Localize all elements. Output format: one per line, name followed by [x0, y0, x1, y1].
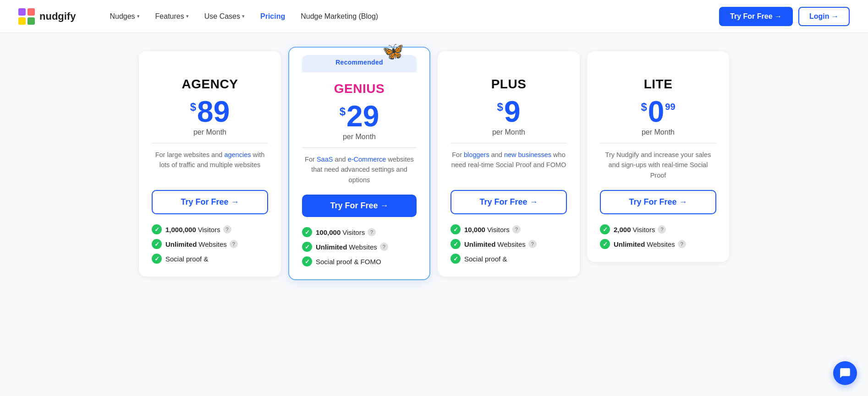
info-badge[interactable]: ? — [658, 225, 666, 233]
check-icon — [152, 254, 162, 264]
price-period-lite: per Month — [600, 128, 716, 136]
info-badge[interactable]: ? — [230, 240, 238, 248]
nav-blog[interactable]: Nudge Marketing (Blog) — [294, 9, 385, 24]
chat-support-button[interactable] — [833, 361, 857, 385]
plan-name-genius: GENIUS — [302, 81, 417, 96]
info-badge[interactable]: ? — [380, 243, 388, 251]
pricing-card-agency: AGENCY $ 89 per Month For large websites… — [139, 51, 281, 277]
divider-genius — [302, 147, 417, 148]
agency-feature-visitors: 1,000,000 Visitors ? — [152, 224, 268, 234]
nav-features[interactable]: Features ▾ — [149, 9, 195, 24]
logo-icon — [18, 8, 35, 25]
recommended-badge: Recommended 🦋 — [302, 55, 417, 72]
nav-try-free-button[interactable]: Try For Free → — [719, 7, 793, 26]
genius-feature-social: Social proof & FOMO — [302, 256, 417, 266]
price-amount-agency: 89 — [197, 97, 230, 126]
price-dollar-genius: $ — [340, 105, 346, 118]
svg-rect-0 — [18, 8, 26, 16]
check-icon — [450, 239, 461, 249]
plan-desc-agency: For large websites and agencies with lot… — [152, 150, 268, 182]
check-icon — [450, 254, 461, 264]
divider-plus — [450, 143, 567, 143]
price-amount-plus: 9 — [504, 97, 521, 126]
plan-desc-lite: Try Nudgify and increase your sales and … — [600, 150, 716, 182]
info-badge[interactable]: ? — [678, 240, 686, 248]
nav-use-cases[interactable]: Use Cases ▾ — [198, 9, 251, 24]
check-icon — [600, 224, 610, 234]
plan-desc-plus: For bloggers and new businesses who need… — [450, 150, 567, 182]
divider-agency — [152, 143, 268, 143]
price-amount-genius: 29 — [346, 102, 379, 131]
pricing-card-genius: Recommended 🦋 GENIUS $ 29 per Month For … — [288, 47, 430, 280]
genius-feature-visitors: 100,000 Visitors ? — [302, 227, 417, 237]
info-badge[interactable]: ? — [528, 240, 537, 248]
logo-text: nudgify — [39, 11, 76, 22]
plan-name-lite: LITE — [600, 77, 716, 92]
plus-try-free-button[interactable]: Try For Free → — [450, 190, 567, 214]
lite-feature-websites: Unlimited Websites ? — [600, 239, 716, 249]
check-icon — [302, 256, 312, 266]
plus-feature-list: 10,000 Visitors ? Unlimited Websites ? S… — [450, 224, 567, 264]
price-period-plus: per Month — [450, 128, 567, 136]
genius-feature-list: 100,000 Visitors ? Unlimited Websites ? … — [302, 227, 417, 266]
divider-lite — [600, 143, 716, 143]
navbar: nudgify Nudges ▾ Features ▾ Use Cases ▾ … — [0, 0, 868, 33]
butterfly-icon: 🦋 — [382, 41, 404, 61]
price-row-plus: $ 9 — [450, 97, 567, 126]
saas-link[interactable]: SaaS — [317, 156, 333, 163]
info-badge[interactable]: ? — [223, 225, 231, 233]
navbar-nav: Nudges ▾ Features ▾ Use Cases ▾ Pricing … — [103, 9, 719, 24]
plan-name-plus: PLUS — [450, 77, 567, 92]
svg-rect-3 — [27, 17, 35, 25]
chevron-down-icon: ▾ — [242, 13, 245, 19]
plus-feature-visitors: 10,000 Visitors ? — [450, 224, 567, 234]
chevron-down-icon: ▾ — [186, 13, 189, 19]
price-cents-lite: 99 — [665, 102, 675, 112]
plus-feature-websites: Unlimited Websites ? — [450, 239, 567, 249]
new-businesses-link[interactable]: new businesses — [504, 151, 551, 158]
plan-name-agency: AGENCY — [152, 77, 268, 92]
nav-nudges[interactable]: Nudges ▾ — [103, 9, 146, 24]
plan-desc-genius: For SaaS and e-Commerce websites that ne… — [302, 154, 417, 186]
price-row-genius: $ 29 — [302, 102, 417, 131]
check-icon — [152, 224, 162, 234]
check-icon — [450, 224, 461, 234]
lite-feature-visitors: 2,000 Visitors ? — [600, 224, 716, 234]
price-row-lite: $ 0 99 — [600, 97, 716, 126]
check-icon — [152, 239, 162, 249]
logo[interactable]: nudgify — [18, 8, 76, 25]
bloggers-link[interactable]: bloggers — [464, 151, 489, 158]
pricing-container: AGENCY $ 89 per Month For large websites… — [113, 42, 755, 280]
nav-pricing[interactable]: Pricing — [254, 9, 291, 24]
ecommerce-link[interactable]: e-Commerce — [348, 156, 386, 163]
plus-feature-social: Social proof & — [450, 254, 567, 264]
agency-try-free-button[interactable]: Try For Free → — [152, 190, 268, 214]
check-icon — [302, 227, 312, 237]
genius-feature-websites: Unlimited Websites ? — [302, 242, 417, 252]
svg-rect-2 — [18, 17, 26, 25]
pricing-card-lite: LITE $ 0 99 per Month Try Nudgify and in… — [587, 51, 729, 262]
chevron-down-icon: ▾ — [137, 13, 140, 19]
navbar-actions: Try For Free → Login → — [719, 7, 850, 26]
price-dollar-agency: $ — [190, 101, 196, 114]
check-icon — [600, 239, 610, 249]
nav-login-button[interactable]: Login → — [798, 7, 850, 26]
pricing-card-plus: PLUS $ 9 per Month For bloggers and new … — [438, 51, 580, 277]
agency-feature-list: 1,000,000 Visitors ? Unlimited Websites … — [152, 224, 268, 264]
svg-rect-1 — [27, 8, 35, 16]
price-amount-lite: 0 — [648, 97, 665, 126]
chat-icon — [839, 367, 851, 379]
price-row-agency: $ 89 — [152, 97, 268, 126]
price-dollar-lite: $ — [641, 101, 647, 114]
agencies-link[interactable]: agencies — [224, 151, 251, 158]
genius-try-free-button[interactable]: Try For Free → — [302, 195, 417, 217]
price-dollar-plus: $ — [497, 101, 503, 114]
info-badge[interactable]: ? — [512, 225, 521, 233]
price-period-genius: per Month — [302, 133, 417, 141]
check-icon — [302, 242, 312, 252]
price-period-agency: per Month — [152, 128, 268, 136]
lite-feature-list: 2,000 Visitors ? Unlimited Websites ? — [600, 224, 716, 249]
info-badge[interactable]: ? — [368, 228, 376, 236]
agency-feature-websites: Unlimited Websites ? — [152, 239, 268, 249]
lite-try-free-button[interactable]: Try For Free → — [600, 190, 716, 214]
